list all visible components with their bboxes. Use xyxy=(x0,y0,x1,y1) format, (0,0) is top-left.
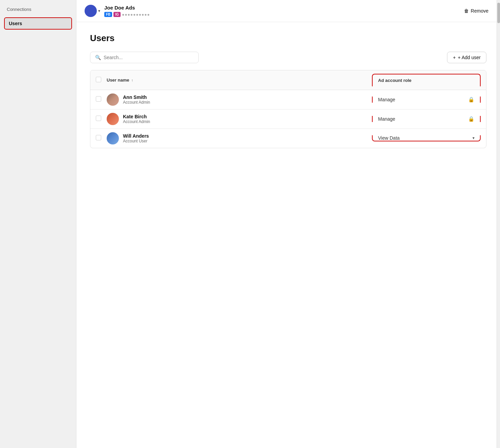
sidebar-item-users[interactable]: Users xyxy=(4,17,72,30)
remove-label: Remove xyxy=(471,8,488,14)
sidebar-section-label: Connections xyxy=(4,5,72,13)
table-row: Kate Birch Account Admin Manage 🔒 xyxy=(90,109,486,129)
chevron-down-icon: ▾ xyxy=(472,136,475,140)
toolbar: 🔍 + + Add user xyxy=(90,52,486,63)
account-id: ●●●●●●●●●● xyxy=(122,12,150,17)
role-cell: Manage 🔒 xyxy=(372,97,481,103)
user-name: Kate Birch xyxy=(123,114,372,119)
lock-icon: 🔒 xyxy=(468,116,475,122)
role-value: Manage xyxy=(378,116,395,122)
account-name: Joe Doe Ads xyxy=(104,5,150,11)
role-cell-dropdown[interactable]: View Data ▾ xyxy=(372,135,481,141)
user-role: Account Admin xyxy=(123,119,372,124)
row-checkbox[interactable] xyxy=(96,135,101,140)
search-icon: 🔍 xyxy=(95,55,101,60)
remove-button[interactable]: 🗑 Remove xyxy=(461,6,492,16)
search-box: 🔍 xyxy=(90,52,199,63)
ig-badge: IG xyxy=(113,12,121,17)
role-dropdown[interactable]: View Data ▾ xyxy=(378,135,475,141)
fb-badge: FB xyxy=(104,12,112,17)
role-value: Manage xyxy=(378,97,395,102)
content-area: Users 🔍 + + Add user User name ↑ xyxy=(76,22,500,448)
scrollbar-thumb[interactable] xyxy=(497,3,500,23)
row-checkbox-col xyxy=(96,135,107,142)
user-role: Account Admin xyxy=(123,100,372,105)
table-row: Ann Smith Account Admin Manage 🔒 xyxy=(90,90,486,109)
avatar xyxy=(107,132,119,144)
sidebar: Connections Users xyxy=(0,0,76,448)
select-all-checkbox[interactable] xyxy=(96,77,101,82)
role-cell: Manage 🔒 xyxy=(372,116,481,122)
scrollbar[interactable] xyxy=(497,0,500,448)
users-table: User name ↑ Ad account role Ann Smith Ac… xyxy=(90,70,486,148)
account-selector[interactable]: ▾ xyxy=(85,5,100,17)
account-info: Joe Doe Ads FB IG ●●●●●●●●●● xyxy=(104,5,150,17)
lock-icon: 🔒 xyxy=(468,97,475,103)
avatar xyxy=(85,5,97,17)
role-dropdown-value: View Data xyxy=(378,135,400,141)
account-badges: FB IG ●●●●●●●●●● xyxy=(104,12,150,17)
avatar xyxy=(107,93,119,106)
chevron-down-icon: ▾ xyxy=(98,8,100,13)
page-title: Users xyxy=(90,33,486,44)
trash-icon: 🗑 xyxy=(464,8,469,14)
user-info: Will Anders Account User xyxy=(123,133,372,143)
avatar xyxy=(107,113,119,125)
role-column-header: Ad account role xyxy=(372,74,481,86)
username-column-header: User name ↑ xyxy=(107,77,372,83)
add-user-label: + Add user xyxy=(458,55,481,60)
user-name: Ann Smith xyxy=(123,94,372,100)
header-checkbox-col xyxy=(96,77,107,84)
user-info: Ann Smith Account Admin xyxy=(123,94,372,105)
add-user-button[interactable]: + + Add user xyxy=(447,52,486,63)
plus-icon: + xyxy=(453,55,456,60)
username-label: User name xyxy=(107,77,129,83)
main-content: ▾ Joe Doe Ads FB IG ●●●●●●●●●● 🗑 Remove … xyxy=(76,0,500,448)
table-row: Will Anders Account User View Data ▾ xyxy=(90,129,486,148)
row-checkbox[interactable] xyxy=(96,96,101,102)
header: ▾ Joe Doe Ads FB IG ●●●●●●●●●● 🗑 Remove xyxy=(76,0,500,22)
sort-asc-icon[interactable]: ↑ xyxy=(131,78,133,82)
search-input[interactable] xyxy=(104,55,194,60)
row-checkbox-col xyxy=(96,96,107,103)
user-info: Kate Birch Account Admin xyxy=(123,114,372,124)
user-name: Will Anders xyxy=(123,133,372,139)
row-checkbox-col xyxy=(96,116,107,122)
user-role: Account User xyxy=(123,139,372,143)
row-checkbox[interactable] xyxy=(96,116,101,121)
table-header-row: User name ↑ Ad account role xyxy=(90,70,486,90)
